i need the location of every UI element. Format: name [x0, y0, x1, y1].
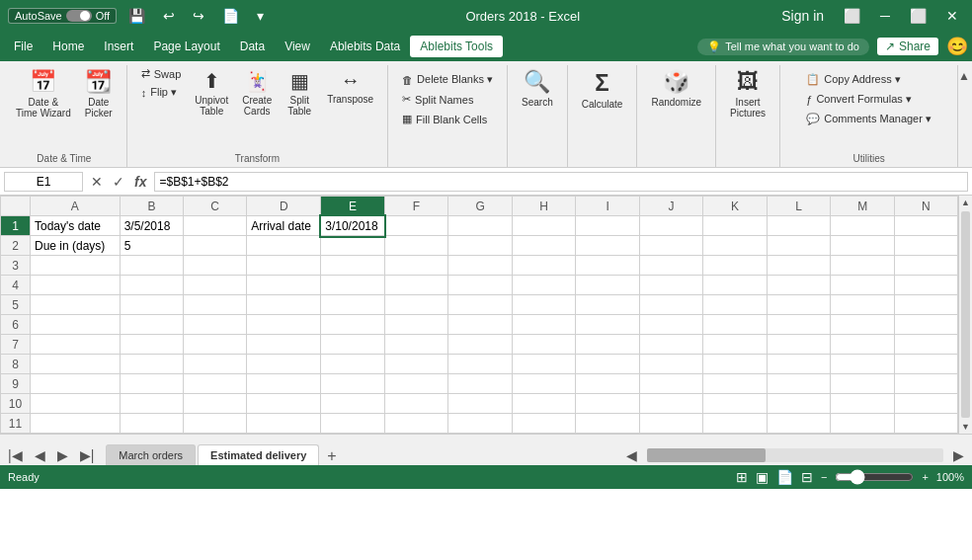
sign-in-button[interactable]: Sign in — [775, 6, 830, 26]
cell-F7[interactable] — [384, 335, 448, 355]
cell-H5[interactable] — [512, 295, 576, 315]
transpose-button[interactable]: ↔ Transpose — [321, 65, 379, 109]
row-header-1[interactable]: 1 — [1, 216, 31, 236]
cell-H3[interactable] — [512, 256, 576, 276]
cell-F11[interactable] — [384, 414, 448, 434]
cell-N5[interactable] — [894, 295, 957, 315]
col-header-G[interactable]: G — [448, 197, 513, 216]
cell-D11[interactable] — [247, 414, 321, 434]
cell-K1[interactable] — [703, 216, 768, 236]
autosave-toggle-switch[interactable] — [66, 10, 92, 22]
cell-I1[interactable] — [576, 216, 640, 236]
cell-J9[interactable] — [639, 374, 703, 394]
sheet-nav-prev[interactable]: ◀ — [31, 445, 49, 465]
cell-G9[interactable] — [448, 374, 513, 394]
cell-N8[interactable] — [894, 355, 957, 374]
hscroll-right[interactable]: ▶ — [949, 445, 968, 465]
col-header-I[interactable]: I — [576, 197, 640, 216]
normal-view-icon[interactable]: ▣ — [756, 469, 769, 485]
cell-M5[interactable] — [831, 295, 895, 315]
cell-A4[interactable] — [31, 276, 121, 295]
cell-F6[interactable] — [384, 315, 448, 335]
cell-I9[interactable] — [576, 374, 640, 394]
cell-N2[interactable] — [894, 236, 957, 256]
cell-C11[interactable] — [184, 414, 247, 434]
flip-button[interactable]: ↕ Flip ▾ — [135, 84, 188, 101]
cell-C6[interactable] — [184, 315, 247, 335]
cell-K2[interactable] — [703, 236, 768, 256]
add-sheet-button[interactable]: + — [321, 447, 342, 465]
cell-G7[interactable] — [448, 335, 513, 355]
cell-H2[interactable] — [512, 236, 576, 256]
cell-N3[interactable] — [894, 256, 957, 276]
menu-view[interactable]: View — [275, 36, 320, 57]
cell-I10[interactable] — [576, 394, 640, 414]
cell-E8[interactable] — [321, 355, 385, 374]
cell-H6[interactable] — [512, 315, 576, 335]
cell-K11[interactable] — [703, 414, 768, 434]
menu-ablebits-data[interactable]: Ablebits Data — [320, 36, 410, 57]
cell-K8[interactable] — [703, 355, 768, 374]
cell-L5[interactable] — [767, 295, 831, 315]
fill-blank-cells-button[interactable]: ▦ Fill Blank Cells — [396, 111, 493, 127]
cell-I3[interactable] — [576, 256, 640, 276]
cell-F3[interactable] — [384, 256, 448, 276]
cell-N7[interactable] — [894, 335, 957, 355]
autosave-toggle[interactable]: AutoSave Off — [8, 8, 117, 24]
cell-J4[interactable] — [639, 276, 703, 295]
cell-M11[interactable] — [831, 414, 895, 434]
calculate-button[interactable]: Σ Calculate — [576, 65, 629, 114]
cell-C1[interactable] — [184, 216, 247, 236]
row-header-2[interactable]: 2 — [1, 236, 31, 256]
cell-E7[interactable] — [321, 335, 385, 355]
split-names-button[interactable]: ✂ Split Names — [396, 91, 479, 108]
cell-A8[interactable] — [31, 355, 121, 374]
cell-L6[interactable] — [767, 315, 831, 335]
cell-G3[interactable] — [448, 256, 513, 276]
sheet-tab-delivery[interactable]: Estimated delivery — [198, 444, 319, 465]
row-header-7[interactable]: 7 — [1, 335, 31, 355]
cell-F1[interactable] — [384, 216, 448, 236]
row-header-9[interactable]: 9 — [1, 374, 31, 394]
row-header-3[interactable]: 3 — [1, 256, 31, 276]
cell-A6[interactable] — [31, 315, 121, 335]
cell-E1[interactable]: 3/10/2018 — [321, 216, 385, 236]
cell-H7[interactable] — [512, 335, 576, 355]
cell-L7[interactable] — [767, 335, 831, 355]
cell-A5[interactable] — [31, 295, 121, 315]
vertical-scrollbar[interactable]: ▲ ▼ — [958, 196, 972, 434]
cell-D3[interactable] — [247, 256, 321, 276]
share-button[interactable]: ↗ Share — [877, 38, 938, 55]
sheet-tab-march[interactable]: March orders — [106, 444, 196, 465]
cell-K9[interactable] — [703, 374, 768, 394]
cell-A2[interactable]: Due in (days) — [31, 236, 121, 256]
cell-D9[interactable] — [247, 374, 321, 394]
page-view-icon[interactable]: 📄 — [776, 469, 793, 485]
cell-J11[interactable] — [639, 414, 703, 434]
cell-F5[interactable] — [384, 295, 448, 315]
insert-pictures-button[interactable]: 🖼 InsertPictures — [724, 65, 771, 122]
cell-A10[interactable] — [31, 394, 121, 414]
cell-B5[interactable] — [120, 295, 184, 315]
col-header-K[interactable]: K — [703, 197, 768, 216]
custom-view-icon[interactable]: ⊟ — [801, 469, 813, 485]
cell-G5[interactable] — [448, 295, 513, 315]
row-header-10[interactable]: 10 — [1, 394, 31, 414]
cell-G4[interactable] — [448, 276, 513, 295]
undo-button[interactable]: ↩ — [157, 6, 181, 26]
cell-B1[interactable]: 3/5/2018 — [120, 216, 184, 236]
cell-reference-input[interactable] — [4, 172, 83, 192]
cell-M1[interactable] — [831, 216, 895, 236]
cell-C8[interactable] — [184, 355, 247, 374]
redo-button[interactable]: ↪ — [187, 6, 210, 26]
cell-E6[interactable] — [321, 315, 385, 335]
cell-I5[interactable] — [576, 295, 640, 315]
cell-K7[interactable] — [703, 335, 768, 355]
cell-J3[interactable] — [639, 256, 703, 276]
cell-D1[interactable]: Arrival date — [247, 216, 321, 236]
menu-page-layout[interactable]: Page Layout — [143, 36, 229, 57]
cell-G10[interactable] — [448, 394, 513, 414]
col-header-E[interactable]: E — [321, 197, 385, 216]
col-header-F[interactable]: F — [384, 197, 448, 216]
cell-L11[interactable] — [767, 414, 831, 434]
